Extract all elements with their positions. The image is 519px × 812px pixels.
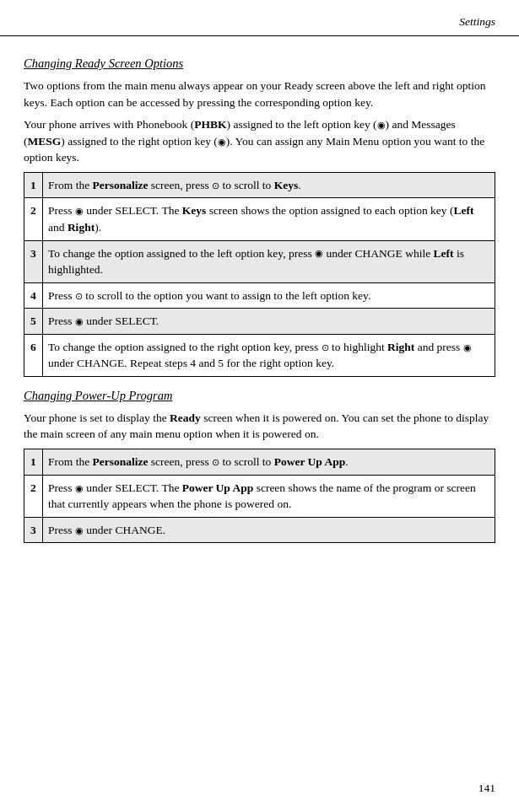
page-footer: 141 [478, 782, 495, 795]
section2-para1: Your phone is set to display the Ready s… [24, 410, 495, 443]
table-row: 6 To change the option assigned to the r… [24, 334, 495, 376]
select-icon: ◉ [75, 315, 84, 329]
step-number: 3 [24, 240, 43, 282]
step-number: 1 [24, 449, 43, 476]
section1-steps-table: 1 From the Personalize screen, press ⊙ t… [24, 172, 495, 377]
section2-steps-table: 1 From the Personalize screen, press ⊙ t… [24, 449, 495, 543]
select-icon: ◉ [75, 205, 84, 218]
step-content: Press ◉ under CHANGE. [43, 517, 495, 543]
section1-title: Changing Ready Screen Options [24, 56, 495, 71]
step-number: 6 [24, 334, 43, 376]
step-content: To change the option assigned to the lef… [43, 240, 495, 282]
step-number: 2 [24, 475, 43, 517]
section1: Changing Ready Screen Options Two option… [24, 56, 495, 377]
select-icon: ◉ [75, 482, 84, 496]
page-number: 141 [478, 782, 495, 794]
change-icon: ◉ [463, 341, 472, 355]
table-row: 2 Press ◉ under SELECT. The Keys screen … [24, 198, 495, 240]
table-row: 4 Press ⊙ to scroll to the option you wa… [24, 282, 495, 309]
step-content: Press ◉ under SELECT. [43, 309, 495, 335]
section2: Changing Power-Up Program Your phone is … [24, 389, 495, 543]
step-content: To change the option assigned to the rig… [43, 334, 495, 376]
step-content: Press ◉ under SELECT. The Power Up App s… [43, 475, 495, 517]
table-row: 1 From the Personalize screen, press ⊙ t… [24, 449, 495, 476]
step-content: From the Personalize screen, press ⊙ to … [43, 449, 495, 476]
page-header: Settings [0, 0, 519, 36]
table-row: 3 To change the option assigned to the l… [24, 240, 495, 282]
header-title: Settings [459, 15, 495, 28]
step-content: Press ⊙ to scroll to the option you want… [43, 282, 495, 309]
step-number: 3 [24, 517, 43, 543]
step-number: 4 [24, 282, 43, 309]
table-row: 3 Press ◉ under CHANGE. [24, 517, 495, 543]
scroll-icon: ⊙ [75, 290, 83, 304]
scroll-icon: ⊙ [212, 456, 219, 470]
table-row: 2 Press ◉ under SELECT. The Power Up App… [24, 475, 495, 517]
section1-para1: Two options from the main menu always ap… [24, 78, 495, 110]
step-content: From the Personalize screen, press ⊙ to … [43, 172, 495, 198]
scroll-icon: ⊙ [212, 180, 219, 193]
step-number: 2 [24, 198, 43, 240]
table-row: 1 From the Personalize screen, press ⊙ t… [24, 172, 495, 198]
page-content: Changing Ready Screen Options Two option… [0, 36, 519, 572]
scroll-icon: ⊙ [322, 341, 329, 355]
section2-title: Changing Power-Up Program [24, 389, 495, 403]
left-option-icon: ◉ [377, 119, 386, 132]
change-icon: ◉ [315, 247, 323, 261]
step-number: 5 [24, 309, 43, 335]
section1-para2: Your phone arrives with Phonebook (PHBK)… [24, 116, 495, 166]
right-option-icon: ◉ [218, 136, 226, 149]
step-content: Press ◉ under SELECT. The Keys screen sh… [43, 198, 495, 240]
table-row: 5 Press ◉ under SELECT. [24, 309, 495, 335]
step-number: 1 [24, 172, 43, 198]
change-icon: ◉ [75, 524, 84, 538]
